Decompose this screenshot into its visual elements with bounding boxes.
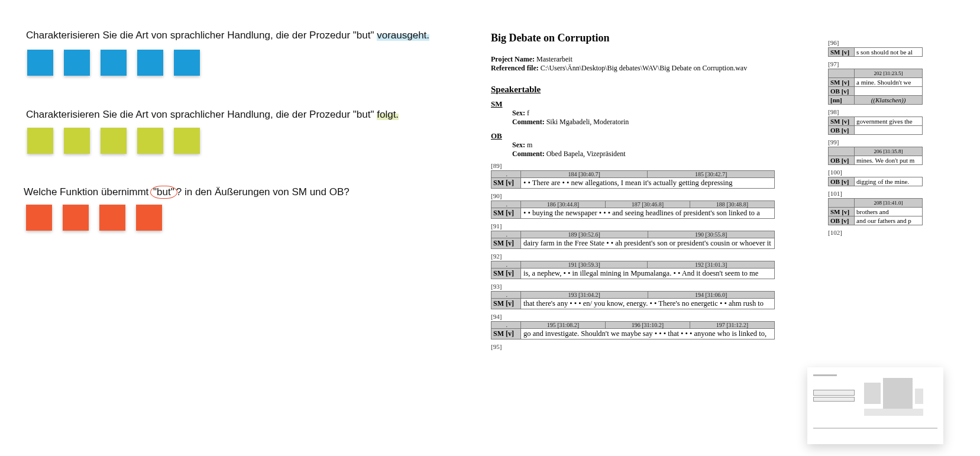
tier-content (855, 126, 923, 135)
tier-label: SM [v] (829, 78, 855, 87)
tier-content: • • There are • • new allegations, I mea… (521, 178, 775, 189)
tier-table: SM [v]s son should not be al (828, 47, 923, 57)
tier-table: .193 [31:04.2]194 [31:06.0]SM [v]that th… (491, 291, 775, 309)
time-stamp: 191 [30:59.3] (521, 261, 648, 269)
time-stamp: 193 [31:04.2] (521, 292, 648, 299)
tier-label: SM [v] (491, 269, 521, 279)
tier-label: SM [v] (491, 238, 521, 249)
sticky-note-yellow[interactable] (101, 128, 127, 154)
time-stamp: 206 [31:35.8] (855, 147, 923, 156)
doc-title: Big Debate on Corruption (491, 32, 787, 44)
sticky-note-yellow[interactable] (64, 128, 90, 154)
sticky-note-blue[interactable] (174, 50, 200, 76)
time-stamp: 187 [30:46.8] (606, 201, 690, 208)
time-stamp: 185 [30:42.7] (648, 171, 775, 178)
segment-number: [90] (491, 192, 787, 199)
sticky-note-blue[interactable] (101, 50, 127, 76)
time-stamp: 194 [31:06.0] (648, 292, 775, 299)
time-stamp: 190 [30:55.8] (648, 231, 775, 238)
time-stamp: 189 [30:52.6] (521, 231, 648, 238)
transcript-document-col2[interactable]: [96]SM [v]s son should not be al[97] 202… (828, 35, 929, 237)
speaker-SM-sex: Sex: f (512, 109, 787, 118)
sticky-note-orange[interactable] (63, 205, 89, 231)
tier-content: brothers and (855, 208, 923, 216)
speaker-OB-abbr: OB (491, 131, 787, 141)
question-3: Welche Funktion übernimmt "but"? in den … (24, 186, 350, 199)
tier-content: and our fathers and p (855, 216, 923, 225)
segment-number: [93] (491, 283, 787, 290)
time-stamp: 202 [31:23.5] (855, 69, 923, 78)
tier-table: 208 [31:41.0]SM [v]brothers andOB [v]and… (828, 198, 923, 225)
sticky-note-yellow[interactable] (27, 128, 53, 154)
time-stamp: 208 [31:41.0] (855, 199, 923, 208)
q1-text-pre: Charakterisieren Sie die Art von sprachl… (26, 30, 377, 41)
tier-table: SM [v]government gives theOB [v] (828, 117, 923, 135)
sticky-note-blue[interactable] (137, 50, 163, 76)
segment-number: [89] (491, 162, 787, 169)
sticky-row-3 (26, 205, 162, 231)
segment-number: [101] (828, 190, 929, 197)
tier-content: dairy farm in the Free State • • ah pres… (521, 238, 775, 249)
tier-table: .191 [30:59.3]192 [31:01.3]SM [v]is, a n… (491, 261, 775, 279)
tier-label: SM [v] (491, 208, 521, 219)
speaker-OB-comment: Comment: Obed Bapela, Vizepräsident (512, 150, 787, 159)
transcript-segments: [89] .184 [30:40.7]185 [30:42.7]SM [v]• … (491, 162, 787, 350)
tier-table: .195 [31:08.2]196 [31:10.2]197 [31:12.2]… (491, 321, 775, 339)
tier-table: 206 [31:35.8]OB [v]mines. We don't put m (828, 147, 923, 165)
sticky-note-orange[interactable] (136, 205, 162, 231)
tier-table: .189 [30:52.6]190 [30:55.8]SM [v]dairy f… (491, 231, 775, 249)
tier-content: a mine. Shouldn't we (855, 78, 923, 87)
q3-circle: "but" (150, 186, 177, 199)
speaker-SM-comment: Comment: Siki Mgabadeli, Moderatorin (512, 118, 787, 127)
segment-number: [95] (491, 343, 787, 350)
sticky-note-yellow[interactable] (174, 128, 200, 154)
segment-number: [102] (828, 229, 929, 236)
tier-label: OB [v] (829, 216, 855, 225)
segment-number: [97] (828, 60, 929, 67)
thumbnail-content (811, 371, 940, 441)
speaker-SM-abbr: SM (491, 99, 787, 109)
tier-label: OB [v] (829, 126, 855, 135)
tier-label: SM [v] (491, 178, 521, 189)
q2-text-pre: Charakterisieren Sie die Art von sprachl… (26, 109, 377, 120)
tier-label: OB [v] (829, 177, 855, 186)
doc-meta-project: Project Name: Masterarbeit (491, 55, 787, 64)
segment-number: [100] (828, 169, 929, 176)
tier-content (855, 87, 923, 96)
overview-thumbnail[interactable] (807, 367, 943, 444)
tier-content: • • buying the newspaper • • • and seein… (521, 208, 775, 219)
sticky-note-orange[interactable] (26, 205, 52, 231)
transcript-document[interactable]: Big Debate on Corruption Project Name: M… (491, 32, 787, 351)
speakertable-heading: Speakertable (491, 85, 787, 95)
segment-number: [98] (828, 108, 929, 115)
question-1: Charakterisieren Sie die Art von sprachl… (26, 30, 429, 41)
tier-label: OB [v] (829, 87, 855, 96)
segment-number: [91] (491, 222, 787, 229)
sticky-row-2 (27, 128, 200, 154)
time-stamp: 192 [31:01.3] (648, 261, 775, 269)
tier-label: SM [v] (829, 208, 855, 216)
tier-content: go and investigate. Shouldn't we maybe s… (521, 329, 775, 339)
doc-meta-reffile: Referenced file: C:\Users\Änn\Desktop\Bi… (491, 64, 787, 73)
tier-label: SM [v] (491, 299, 521, 309)
tier-content: that there's any • • • en/ you know, ene… (521, 299, 775, 309)
tier-label: SM [v] (829, 117, 855, 126)
segment-number: [94] (491, 313, 787, 320)
q3-text-post: ? in den Äußerungen von SM und OB? (176, 186, 350, 198)
tier-label: SM [v] (491, 329, 521, 339)
sticky-note-yellow[interactable] (137, 128, 163, 154)
tier-label: OB [v] (829, 156, 855, 165)
tier-content: digging of the mine. (855, 177, 923, 186)
time-stamp: 186 [30:44.8] (521, 201, 606, 208)
tier-table: .186 [30:44.8]187 [30:46.8]188 [30:48.8]… (491, 200, 775, 219)
sticky-row-1 (27, 50, 200, 76)
q3-text-pre: Welche Funktion übernimmt (24, 186, 151, 198)
sticky-note-blue[interactable] (64, 50, 90, 76)
tier-table: OB [v]digging of the mine. (828, 177, 923, 186)
sticky-note-orange[interactable] (99, 205, 125, 231)
sticky-note-blue[interactable] (27, 50, 53, 76)
tier-content: mines. We don't put m (855, 156, 923, 165)
segment-number: [99] (828, 138, 929, 145)
time-stamp: 195 [31:08.2] (521, 322, 606, 329)
tier-table: .184 [30:40.7]185 [30:42.7]SM [v]• • The… (491, 170, 775, 189)
